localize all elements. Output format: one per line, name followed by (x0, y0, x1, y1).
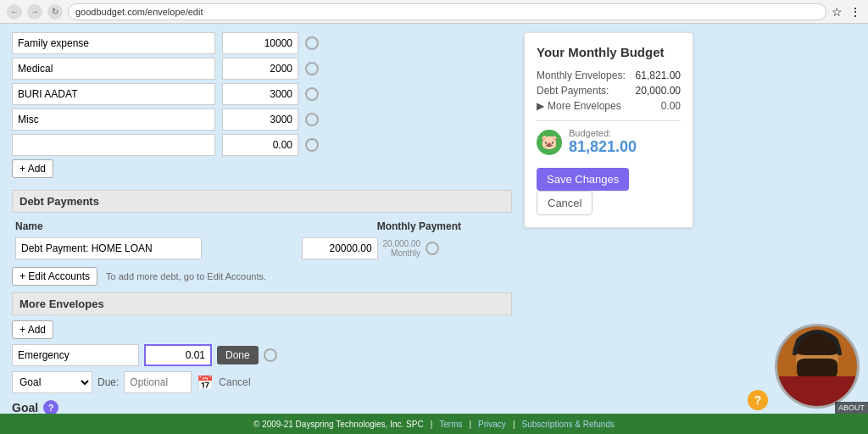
debt-name-cell (12, 235, 298, 262)
envelope-amount-family[interactable] (222, 32, 298, 54)
more-envelopes-summary-line: ▶ ▶ More Envelopes More Envelopes 0.00 (537, 100, 681, 112)
budgeted-row: 🐷 Budgeted: 81,821.00 (537, 128, 681, 156)
emergency-amount-input[interactable] (144, 344, 212, 366)
footer-terms-link[interactable]: Terms (439, 420, 462, 429)
envelope-name-misc[interactable] (12, 108, 215, 131)
remove-icon-misc[interactable] (305, 113, 319, 126)
footer-copyright: © 2009-21 Dayspring Technologies, Inc. S… (253, 420, 424, 429)
debt-payments-table: Name Monthly Payment 20,000.0 (12, 218, 512, 262)
budget-card-title: Your Monthly Budget (537, 45, 681, 59)
debt-amount-cell: 20,000.00 Monthly (298, 235, 512, 262)
budgeted-amount: 81,821.00 (569, 138, 637, 156)
debt-payments-summary-value: 20,000.00 (636, 85, 681, 97)
main-content: + Add Debt Payments Name Monthly Payment (0, 24, 868, 414)
remove-icon-family[interactable] (305, 36, 319, 50)
edit-accounts-note: To add more debt, go to Edit Accounts. (106, 270, 266, 282)
goal-title: Goal (12, 401, 38, 414)
envelope-amount-misc[interactable] (222, 108, 298, 131)
envelope-amount-empty[interactable] (222, 134, 298, 156)
envelope-amount-medical[interactable] (222, 58, 298, 80)
envelope-row-buri (12, 83, 512, 105)
refresh-button[interactable]: ↻ (47, 4, 63, 19)
monthly-envelopes-line: Monthly Envelopes: 61,821.00 (537, 70, 681, 81)
emergency-type-row: Goal Savings Other Due: 📅 Cancel (12, 371, 512, 393)
envelope-row-medical (12, 58, 512, 80)
budgeted-info: Budgeted: 81,821.00 (569, 128, 637, 156)
envelope-type-select[interactable]: Goal Savings Other (12, 371, 92, 393)
footer-privacy-link[interactable]: Privacy (478, 420, 506, 429)
col-monthly-header: Monthly Payment (298, 218, 512, 235)
done-button[interactable]: Done (217, 346, 259, 364)
goal-help-button[interactable]: ? (43, 400, 58, 414)
debt-name-input[interactable] (15, 237, 202, 259)
url-bar[interactable]: goodbudget.com/envelope/edit (68, 3, 826, 20)
help-question-button[interactable]: ? (748, 390, 768, 410)
remove-icon-buri[interactable] (305, 87, 319, 101)
envelope-row-misc (12, 108, 512, 131)
add-envelope-button[interactable]: + Add (12, 159, 53, 178)
calendar-icon[interactable]: 📅 (197, 375, 214, 391)
footer-subscriptions-link[interactable]: Subscriptions & Refunds (521, 420, 615, 429)
col-name-header: Name (12, 218, 298, 235)
debt-monthly-note: 20,000.00 (383, 239, 421, 248)
back-button[interactable]: ← (7, 4, 22, 19)
avatar-overlay (775, 324, 860, 409)
more-envelopes-section-header: More Envelopes (12, 292, 512, 315)
more-envelopes-summary-value: 0.00 (661, 100, 681, 112)
about-overlay: ABOUT (835, 402, 868, 414)
cancel-emergency-button[interactable]: Cancel (219, 376, 250, 388)
envelope-name-medical[interactable] (12, 58, 215, 80)
remove-icon-medical[interactable] (305, 62, 319, 75)
debt-payments-summary-label: Debt Payments: (537, 85, 609, 97)
goal-header: Goal ? (12, 400, 512, 414)
budgeted-label: Budgeted: (569, 128, 637, 138)
debt-payments-section-header: Debt Payments (12, 190, 512, 213)
due-date-input[interactable] (124, 371, 192, 393)
envelope-name-buri[interactable] (12, 83, 215, 105)
remove-icon-debt[interactable] (426, 242, 439, 255)
remove-icon-empty[interactable] (305, 138, 319, 152)
browser-toolbar-icons: ☆ ⋮ (832, 5, 861, 19)
more-envelopes-triangle-icon: ▶ (537, 100, 544, 112)
debt-payments-summary-line: Debt Payments: 20,000.00 (537, 85, 681, 97)
left-panel: + Add Debt Payments Name Monthly Payment (12, 32, 512, 405)
debt-monthly-label: Monthly (391, 248, 420, 258)
add-more-envelope-button[interactable]: + Add (12, 320, 53, 339)
monthly-envelopes-value: 61,821.00 (636, 70, 681, 81)
emergency-name-input[interactable] (12, 344, 139, 366)
envelope-row-family (12, 32, 512, 54)
browser-chrome: ← → ↻ goodbudget.com/envelope/edit ☆ ⋮ (0, 0, 868, 24)
envelope-row-empty (12, 134, 512, 156)
save-changes-button[interactable]: Save Changes (537, 168, 629, 191)
budget-actions: Save Changes Cancel (537, 168, 681, 215)
envelope-name-empty[interactable] (12, 134, 215, 156)
envelope-name-family[interactable] (12, 32, 215, 54)
right-panel: Your Monthly Budget Monthly Envelopes: 6… (524, 32, 693, 405)
budget-card: Your Monthly Budget Monthly Envelopes: 6… (524, 32, 693, 228)
remove-icon-emergency[interactable] (264, 348, 277, 362)
piggy-icon: 🐷 (537, 130, 562, 155)
debt-row-home-loan: 20,000.00 Monthly (12, 235, 512, 262)
envelope-amount-buri[interactable] (222, 83, 298, 105)
forward-button[interactable]: → (27, 4, 42, 19)
edit-accounts-button[interactable]: + Edit Accounts (12, 267, 97, 286)
cancel-button[interactable]: Cancel (537, 191, 593, 215)
more-envelopes-text: More Envelopes (548, 100, 621, 112)
budget-divider (537, 120, 681, 121)
debt-amount-input[interactable] (302, 237, 378, 259)
monthly-envelopes-label: Monthly Envelopes: (537, 70, 626, 81)
footer-separator: | (431, 420, 433, 429)
due-label: Due: (97, 376, 119, 388)
emergency-envelope-row: Done (12, 344, 512, 366)
footer: © 2009-21 Dayspring Technologies, Inc. S… (0, 414, 868, 434)
